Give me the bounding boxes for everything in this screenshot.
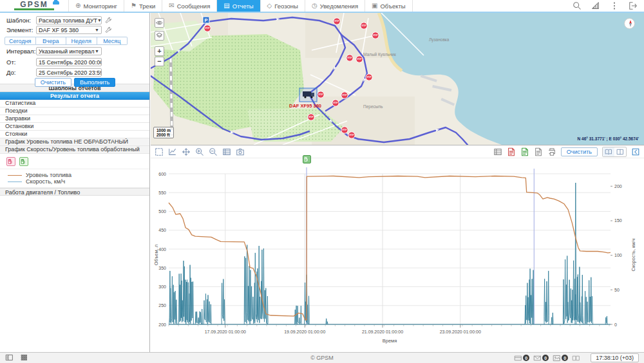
report-item-4[interactable]: Стоянки <box>0 131 149 138</box>
ruler-icon[interactable] <box>591 1 600 10</box>
split-view-icon[interactable] <box>614 147 626 156</box>
data-table-icon[interactable] <box>222 147 231 156</box>
report-form: Шаблон: Расхода топлива ДУТ▼ Элемент: DA… <box>0 13 149 84</box>
objects-icon: ▣ <box>372 3 377 9</box>
template-settings-wrench-icon[interactable] <box>105 17 112 24</box>
panel-toggle-icon[interactable] <box>5 353 14 362</box>
result-section-header[interactable]: Результат отчета <box>0 92 149 100</box>
stop-marker[interactable]: STOP <box>341 127 348 133</box>
map-layers-icon[interactable] <box>155 31 164 41</box>
collapse-right-icon[interactable] <box>631 147 640 156</box>
report-item-1[interactable]: Поездки <box>0 107 149 115</box>
notification-badge-cards[interactable]: 0 <box>514 354 529 362</box>
select-area-icon[interactable] <box>155 147 164 156</box>
zoom-in-icon[interactable] <box>195 147 204 156</box>
pan-icon[interactable] <box>182 147 191 156</box>
svg-text:STOP: STOP <box>333 102 337 104</box>
quick-range-month[interactable]: Месяц <box>97 37 128 45</box>
element-select[interactable]: DAF XF 95 380▼ <box>36 26 102 34</box>
svg-text:STOP: STOP <box>318 93 323 96</box>
snapshot-icon[interactable] <box>236 147 245 156</box>
report-item-2[interactable]: Заправки <box>0 115 149 123</box>
notifications-icon: ◷ <box>312 3 317 9</box>
clear-button[interactable]: Очистить <box>35 78 71 87</box>
legend-label: Скорость, км/ч <box>26 178 65 185</box>
export-xls-icon[interactable] <box>520 147 529 156</box>
parking-marker[interactable]: P <box>203 17 209 23</box>
stop-marker[interactable]: STOP <box>308 114 314 120</box>
report-icon[interactable] <box>493 147 502 156</box>
tab-geozones[interactable]: ◇Геозоны <box>260 0 305 12</box>
compass-icon[interactable] <box>624 18 635 29</box>
export-pdf-icon[interactable] <box>507 147 516 156</box>
vehicle-marker[interactable] <box>299 88 317 102</box>
map-zoom-in-button[interactable]: + <box>155 46 164 56</box>
map-place-label: Малый Куяльник <box>363 52 396 57</box>
tab-messages[interactable]: ✉Сообщения <box>162 0 216 12</box>
notification-badge-photos[interactable]: 0 <box>553 354 568 362</box>
zoom-out-icon[interactable] <box>209 147 218 156</box>
logout-icon[interactable] <box>629 1 638 10</box>
quick-range-week[interactable]: Неделя <box>66 37 97 45</box>
zoom-box-icon[interactable] <box>168 147 177 156</box>
fuel-fill-icon[interactable] <box>19 157 28 166</box>
tracks-icon: ⚑ <box>131 3 137 9</box>
interval-select[interactable]: Указанный интервал▼ <box>36 47 102 55</box>
report-item-6[interactable]: График Скорость/Уровень топлива обработа… <box>0 146 149 154</box>
gpsm-logo[interactable]: GPSM <box>0 0 68 12</box>
report-item-3[interactable]: Остановки <box>0 123 149 131</box>
stop-marker[interactable]: STOP <box>341 92 348 98</box>
stop-marker[interactable]: STOP <box>334 18 340 24</box>
map-zoom-out-button[interactable]: − <box>155 57 164 66</box>
legend-item-1: Скорость, км/ч <box>8 178 149 185</box>
from-date-input[interactable]: 15 Сентябрь 2020 00:00 <box>36 58 102 66</box>
stop-marker[interactable]: STOP <box>204 25 211 32</box>
to-date-input[interactable]: 25 Сентябрь 2020 23:59 <box>36 68 102 77</box>
print-icon[interactable] <box>547 147 556 156</box>
stop-marker[interactable]: STOP <box>361 23 367 29</box>
notification-badge-messages[interactable]: 0 <box>533 354 549 362</box>
chart-clear-button[interactable]: Очистить <box>561 147 598 156</box>
tab-tracks[interactable]: ⚑Треки <box>124 0 162 12</box>
template-select[interactable]: Расхода топлива ДУТ▼ <box>36 16 102 24</box>
report-item-0[interactable]: Статистика <box>0 100 149 107</box>
geozones-icon: ◇ <box>267 3 272 9</box>
quick-range-today[interactable]: Сегодня <box>5 37 36 45</box>
apps-grid-icon[interactable] <box>20 353 28 362</box>
map-book-icon[interactable] <box>603 147 614 156</box>
engine-fuel-section[interactable]: Работа двигателя / Топливо <box>0 188 149 196</box>
stop-marker[interactable]: STOP <box>356 56 363 62</box>
report-items-list: СтатистикаПоездкиЗаправкиОстановкиСтоянк… <box>0 100 149 154</box>
columns-icon[interactable] <box>572 354 580 362</box>
run-report-button[interactable]: Выполнить <box>74 78 115 87</box>
stop-marker[interactable]: STOP <box>366 74 372 80</box>
fuel-drain-icon[interactable] <box>6 157 15 166</box>
tab-notifications[interactable]: ◷Уведомления <box>305 0 365 12</box>
speed-series <box>169 183 611 324</box>
stop-marker[interactable]: STOP <box>332 100 339 106</box>
svg-text:600: 600 <box>158 172 166 176</box>
quick-range-yesterday[interactable]: Вчера <box>36 37 67 45</box>
refuel-event-icon[interactable] <box>303 155 311 163</box>
event-toggle-icons <box>0 154 149 169</box>
chart-area[interactable]: 2002503003504004505005506000501001502001… <box>151 158 644 353</box>
export-doc-icon[interactable] <box>534 147 543 156</box>
map-panel[interactable]: + − 1000 m 2000 ft N 46° 31.3771' ; E 03… <box>151 13 644 145</box>
tab-monitoring[interactable]: ⊕Мониторинг <box>68 0 124 12</box>
stop-marker[interactable]: STOP <box>317 91 324 98</box>
kebab-menu-icon[interactable] <box>610 1 619 10</box>
tab-label: Уведомления <box>320 3 358 10</box>
tab-reports[interactable]: ▤Отчеты <box>216 0 260 12</box>
map-visibility-eye-icon[interactable] <box>155 18 164 28</box>
element-settings-wrench-icon[interactable] <box>105 26 112 33</box>
svg-text:STOP: STOP <box>357 58 361 60</box>
search-icon[interactable] <box>573 1 582 10</box>
svg-text:STOP: STOP <box>205 27 209 30</box>
report-item-5[interactable]: График Уровень топлива НЕ ОБРАБОТАНЫЙ <box>0 138 149 146</box>
tab-objects[interactable]: ▣Объекты <box>365 0 413 12</box>
stop-marker[interactable]: STOP <box>346 55 353 61</box>
stop-marker[interactable]: STOP <box>348 132 355 138</box>
svg-text:550: 550 <box>158 191 166 195</box>
map-canvas: Малый КуяльникПересыпьЛузановкаSTOPSTOPS… <box>151 13 644 145</box>
stop-marker[interactable]: STOP <box>372 32 379 39</box>
